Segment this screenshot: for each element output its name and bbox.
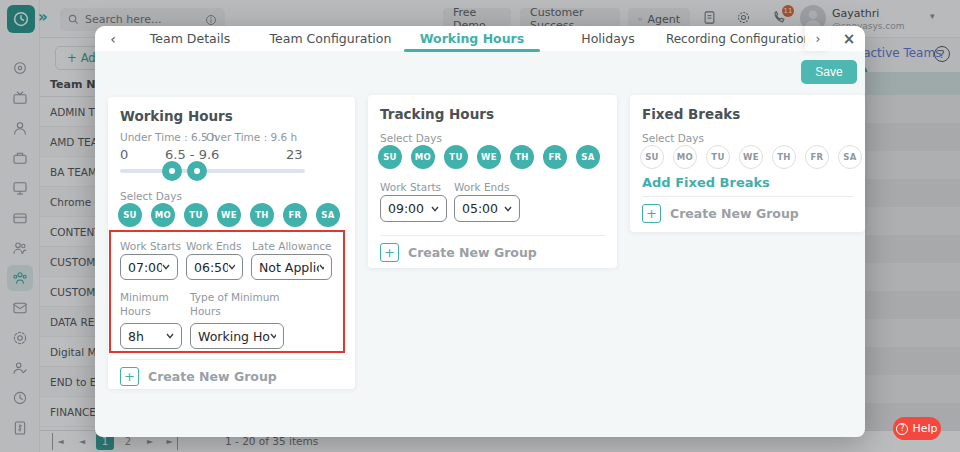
- screen: Free Demo Customer Success Agent 11 Gaya…: [0, 0, 960, 452]
- select-days-label: Select Days: [642, 131, 704, 145]
- create-new-group-button[interactable]: + Create New Group: [380, 243, 537, 262]
- over-time-label: Over Time : 9.6 h: [206, 130, 297, 144]
- tracking-work-ends-value: 05:00: [462, 201, 498, 216]
- tab-recording-configuration[interactable]: Recording Configuration: [671, 26, 806, 51]
- slider-max-label: 23: [286, 147, 303, 162]
- plus-icon: +: [642, 204, 661, 223]
- chevron-down-icon: [319, 264, 324, 270]
- day-mo[interactable]: MO: [673, 145, 697, 169]
- fixed-breaks-days-row: SU MO TU WE TH FR SA: [640, 145, 862, 169]
- create-new-group-label: Create New Group: [670, 206, 799, 221]
- day-th[interactable]: TH: [772, 145, 796, 169]
- create-new-group-label: Create New Group: [408, 245, 537, 260]
- fixed-breaks-title: Fixed Breaks: [642, 106, 740, 122]
- type-of-minimum-hours-label: Type of Minimum Hours: [190, 290, 295, 318]
- work-starts-value: 07:00: [128, 260, 162, 275]
- day-tu[interactable]: TU: [184, 203, 208, 227]
- chevron-down-icon: [270, 333, 276, 339]
- tracking-work-starts-value: 09:00: [388, 201, 424, 216]
- minimum-hours-select[interactable]: 8h: [120, 323, 182, 349]
- day-tu[interactable]: TU: [444, 145, 468, 169]
- chevron-down-icon: [504, 206, 512, 212]
- day-sa[interactable]: SA: [576, 145, 600, 169]
- add-fixed-breaks-link[interactable]: Add Fixed Breaks: [642, 175, 770, 190]
- work-ends-value: 06:50: [194, 260, 228, 275]
- hours-range-slider[interactable]: [120, 169, 305, 173]
- plus-icon: +: [120, 367, 139, 386]
- day-th[interactable]: TH: [250, 203, 274, 227]
- day-mo[interactable]: MO: [151, 203, 175, 227]
- chevron-down-icon: [166, 333, 174, 339]
- day-sa[interactable]: SA: [838, 145, 862, 169]
- plus-icon: +: [380, 243, 399, 262]
- tab-holidays[interactable]: Holidays: [553, 26, 663, 51]
- work-starts-label: Work Starts: [120, 239, 181, 253]
- tab-team-configuration[interactable]: Team Configuration: [263, 26, 398, 51]
- working-hours-modal: ‹ Team Details Team Configuration Workin…: [95, 26, 865, 437]
- tracking-work-starts-select[interactable]: 09:00: [380, 195, 447, 222]
- type-of-minimum-hours-value: Working Hours: [198, 329, 270, 344]
- day-sa[interactable]: SA: [316, 203, 340, 227]
- day-fr[interactable]: FR: [283, 203, 307, 227]
- close-icon[interactable]: ×: [837, 26, 861, 51]
- work-starts-select[interactable]: 07:00: [120, 254, 178, 280]
- tabs-back-icon[interactable]: ‹: [103, 26, 123, 51]
- day-su[interactable]: SU: [378, 145, 402, 169]
- divider: [120, 359, 343, 360]
- tracking-work-ends-select[interactable]: 05:00: [454, 195, 520, 222]
- chevron-down-icon: [162, 264, 170, 270]
- day-we[interactable]: WE: [477, 145, 501, 169]
- late-allowance-select[interactable]: Not Applicable: [251, 254, 332, 280]
- working-hours-title: Working Hours: [120, 108, 233, 124]
- day-we[interactable]: WE: [217, 203, 241, 227]
- day-we[interactable]: WE: [739, 145, 763, 169]
- day-tu[interactable]: TU: [706, 145, 730, 169]
- tracking-hours-title: Tracking Hours: [380, 106, 494, 122]
- create-new-group-button[interactable]: + Create New Group: [642, 204, 799, 223]
- working-hours-card: Working Hours Under Time : 6.5 h Over Ti…: [108, 97, 355, 389]
- day-su[interactable]: SU: [640, 145, 664, 169]
- chevron-down-icon: [431, 206, 439, 212]
- tracking-days-row: SU MO TU WE TH FR SA: [378, 145, 600, 169]
- create-new-group-button[interactable]: + Create New Group: [120, 367, 277, 386]
- under-time-label: Under Time : 6.5 h: [120, 130, 218, 144]
- help-label: Help: [912, 422, 937, 435]
- fixed-breaks-card: Fixed Breaks Select Days SU MO TU WE TH …: [630, 95, 865, 232]
- slider-min-label: 0: [120, 147, 128, 162]
- day-fr[interactable]: FR: [543, 145, 567, 169]
- divider: [380, 235, 605, 236]
- slider-handle-low[interactable]: [162, 161, 182, 181]
- tracking-hours-card: Tracking Hours Select Days SU MO TU WE T…: [368, 95, 617, 268]
- save-button[interactable]: Save: [801, 60, 857, 84]
- working-days-row: SU MO TU WE TH FR SA: [118, 203, 340, 227]
- divider: [642, 196, 853, 197]
- modal-tab-bar: ‹ Team Details Team Configuration Workin…: [95, 26, 865, 51]
- slider-handle-high[interactable]: [187, 161, 207, 181]
- work-starts-label: Work Starts: [380, 180, 441, 194]
- work-ends-label: Work Ends: [454, 180, 509, 194]
- help-question-icon: ?: [896, 423, 908, 435]
- type-of-minimum-hours-select[interactable]: Working Hours: [190, 323, 284, 349]
- day-su[interactable]: SU: [118, 203, 142, 227]
- tab-working-hours[interactable]: Working Hours: [404, 26, 540, 51]
- select-days-label: Select Days: [380, 131, 442, 145]
- tabs-next-icon[interactable]: ›: [805, 26, 831, 51]
- day-th[interactable]: TH: [510, 145, 534, 169]
- late-allowance-value: Not Applicable: [259, 260, 319, 275]
- late-allowance-label: Late Allowance: [252, 239, 332, 253]
- tab-team-details[interactable]: Team Details: [135, 26, 245, 51]
- day-mo[interactable]: MO: [411, 145, 435, 169]
- work-ends-select[interactable]: 06:50: [186, 254, 243, 280]
- chevron-down-icon: [228, 264, 235, 270]
- slider-range-label: 6.5 - 9.6: [165, 147, 219, 162]
- work-ends-label: Work Ends: [186, 239, 241, 253]
- day-fr[interactable]: FR: [805, 145, 829, 169]
- minimum-hours-label: Minimum Hours: [120, 290, 178, 318]
- create-new-group-label: Create New Group: [148, 369, 277, 384]
- select-days-label: Select Days: [120, 189, 182, 203]
- minimum-hours-value: 8h: [128, 329, 144, 344]
- help-button[interactable]: ? Help: [893, 417, 941, 440]
